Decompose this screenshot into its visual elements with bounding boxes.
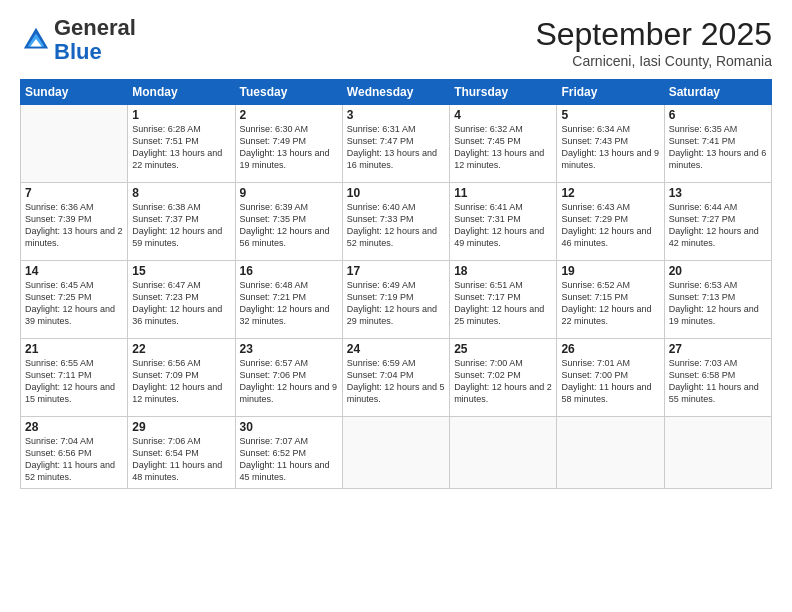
calendar-cell: 17Sunrise: 6:49 AMSunset: 7:19 PMDayligh… xyxy=(342,261,449,339)
day-number: 20 xyxy=(669,264,767,278)
calendar-cell: 23Sunrise: 6:57 AMSunset: 7:06 PMDayligh… xyxy=(235,339,342,417)
calendar-cell: 16Sunrise: 6:48 AMSunset: 7:21 PMDayligh… xyxy=(235,261,342,339)
day-number: 19 xyxy=(561,264,659,278)
cell-info: Sunrise: 7:03 AMSunset: 6:58 PMDaylight:… xyxy=(669,357,767,406)
calendar-cell: 21Sunrise: 6:55 AMSunset: 7:11 PMDayligh… xyxy=(21,339,128,417)
calendar-week-row: 28Sunrise: 7:04 AMSunset: 6:56 PMDayligh… xyxy=(21,417,772,489)
calendar-header-row: SundayMondayTuesdayWednesdayThursdayFrid… xyxy=(21,80,772,105)
day-number: 12 xyxy=(561,186,659,200)
cell-info: Sunrise: 6:31 AMSunset: 7:47 PMDaylight:… xyxy=(347,123,445,172)
cell-info: Sunrise: 6:57 AMSunset: 7:06 PMDaylight:… xyxy=(240,357,338,406)
cell-info: Sunrise: 6:35 AMSunset: 7:41 PMDaylight:… xyxy=(669,123,767,172)
cell-info: Sunrise: 6:39 AMSunset: 7:35 PMDaylight:… xyxy=(240,201,338,250)
calendar-week-row: 14Sunrise: 6:45 AMSunset: 7:25 PMDayligh… xyxy=(21,261,772,339)
page: General Blue September 2025 Carniceni, I… xyxy=(0,0,792,612)
calendar-cell: 13Sunrise: 6:44 AMSunset: 7:27 PMDayligh… xyxy=(664,183,771,261)
day-number: 18 xyxy=(454,264,552,278)
cell-info: Sunrise: 6:52 AMSunset: 7:15 PMDaylight:… xyxy=(561,279,659,328)
calendar-cell: 22Sunrise: 6:56 AMSunset: 7:09 PMDayligh… xyxy=(128,339,235,417)
calendar-cell: 14Sunrise: 6:45 AMSunset: 7:25 PMDayligh… xyxy=(21,261,128,339)
day-number: 8 xyxy=(132,186,230,200)
cell-info: Sunrise: 6:45 AMSunset: 7:25 PMDaylight:… xyxy=(25,279,123,328)
calendar-week-row: 1Sunrise: 6:28 AMSunset: 7:51 PMDaylight… xyxy=(21,105,772,183)
calendar-cell xyxy=(450,417,557,489)
calendar-table: SundayMondayTuesdayWednesdayThursdayFrid… xyxy=(20,79,772,489)
calendar-cell: 3Sunrise: 6:31 AMSunset: 7:47 PMDaylight… xyxy=(342,105,449,183)
day-number: 15 xyxy=(132,264,230,278)
day-number: 28 xyxy=(25,420,123,434)
cell-info: Sunrise: 6:53 AMSunset: 7:13 PMDaylight:… xyxy=(669,279,767,328)
calendar-cell: 25Sunrise: 7:00 AMSunset: 7:02 PMDayligh… xyxy=(450,339,557,417)
weekday-header-friday: Friday xyxy=(557,80,664,105)
day-number: 17 xyxy=(347,264,445,278)
cell-info: Sunrise: 6:40 AMSunset: 7:33 PMDaylight:… xyxy=(347,201,445,250)
cell-info: Sunrise: 6:38 AMSunset: 7:37 PMDaylight:… xyxy=(132,201,230,250)
calendar-cell: 28Sunrise: 7:04 AMSunset: 6:56 PMDayligh… xyxy=(21,417,128,489)
calendar-cell: 12Sunrise: 6:43 AMSunset: 7:29 PMDayligh… xyxy=(557,183,664,261)
day-number: 16 xyxy=(240,264,338,278)
calendar-cell: 1Sunrise: 6:28 AMSunset: 7:51 PMDaylight… xyxy=(128,105,235,183)
cell-info: Sunrise: 6:36 AMSunset: 7:39 PMDaylight:… xyxy=(25,201,123,250)
day-number: 5 xyxy=(561,108,659,122)
cell-info: Sunrise: 6:47 AMSunset: 7:23 PMDaylight:… xyxy=(132,279,230,328)
cell-info: Sunrise: 6:56 AMSunset: 7:09 PMDaylight:… xyxy=(132,357,230,406)
day-number: 9 xyxy=(240,186,338,200)
weekday-header-tuesday: Tuesday xyxy=(235,80,342,105)
calendar-cell: 5Sunrise: 6:34 AMSunset: 7:43 PMDaylight… xyxy=(557,105,664,183)
weekday-header-wednesday: Wednesday xyxy=(342,80,449,105)
calendar-cell xyxy=(664,417,771,489)
cell-info: Sunrise: 6:51 AMSunset: 7:17 PMDaylight:… xyxy=(454,279,552,328)
cell-info: Sunrise: 6:41 AMSunset: 7:31 PMDaylight:… xyxy=(454,201,552,250)
cell-info: Sunrise: 6:55 AMSunset: 7:11 PMDaylight:… xyxy=(25,357,123,406)
calendar-cell: 15Sunrise: 6:47 AMSunset: 7:23 PMDayligh… xyxy=(128,261,235,339)
calendar-cell: 27Sunrise: 7:03 AMSunset: 6:58 PMDayligh… xyxy=(664,339,771,417)
calendar-cell: 7Sunrise: 6:36 AMSunset: 7:39 PMDaylight… xyxy=(21,183,128,261)
day-number: 24 xyxy=(347,342,445,356)
day-number: 30 xyxy=(240,420,338,434)
day-number: 13 xyxy=(669,186,767,200)
calendar-cell: 11Sunrise: 6:41 AMSunset: 7:31 PMDayligh… xyxy=(450,183,557,261)
weekday-header-sunday: Sunday xyxy=(21,80,128,105)
cell-info: Sunrise: 6:59 AMSunset: 7:04 PMDaylight:… xyxy=(347,357,445,406)
calendar-cell: 4Sunrise: 6:32 AMSunset: 7:45 PMDaylight… xyxy=(450,105,557,183)
location: Carniceni, Iasi County, Romania xyxy=(535,53,772,69)
cell-info: Sunrise: 7:06 AMSunset: 6:54 PMDaylight:… xyxy=(132,435,230,484)
cell-info: Sunrise: 7:04 AMSunset: 6:56 PMDaylight:… xyxy=(25,435,123,484)
cell-info: Sunrise: 6:48 AMSunset: 7:21 PMDaylight:… xyxy=(240,279,338,328)
cell-info: Sunrise: 6:43 AMSunset: 7:29 PMDaylight:… xyxy=(561,201,659,250)
calendar-cell: 10Sunrise: 6:40 AMSunset: 7:33 PMDayligh… xyxy=(342,183,449,261)
day-number: 4 xyxy=(454,108,552,122)
calendar-week-row: 21Sunrise: 6:55 AMSunset: 7:11 PMDayligh… xyxy=(21,339,772,417)
calendar-cell xyxy=(21,105,128,183)
cell-info: Sunrise: 6:28 AMSunset: 7:51 PMDaylight:… xyxy=(132,123,230,172)
day-number: 11 xyxy=(454,186,552,200)
day-number: 29 xyxy=(132,420,230,434)
calendar-week-row: 7Sunrise: 6:36 AMSunset: 7:39 PMDaylight… xyxy=(21,183,772,261)
weekday-header-thursday: Thursday xyxy=(450,80,557,105)
calendar-cell: 2Sunrise: 6:30 AMSunset: 7:49 PMDaylight… xyxy=(235,105,342,183)
day-number: 2 xyxy=(240,108,338,122)
cell-info: Sunrise: 7:07 AMSunset: 6:52 PMDaylight:… xyxy=(240,435,338,484)
cell-info: Sunrise: 6:32 AMSunset: 7:45 PMDaylight:… xyxy=(454,123,552,172)
weekday-header-saturday: Saturday xyxy=(664,80,771,105)
logo-text: General Blue xyxy=(54,16,136,64)
day-number: 3 xyxy=(347,108,445,122)
day-number: 1 xyxy=(132,108,230,122)
day-number: 23 xyxy=(240,342,338,356)
header: General Blue September 2025 Carniceni, I… xyxy=(20,16,772,69)
title-block: September 2025 Carniceni, Iasi County, R… xyxy=(535,16,772,69)
day-number: 21 xyxy=(25,342,123,356)
day-number: 22 xyxy=(132,342,230,356)
day-number: 6 xyxy=(669,108,767,122)
calendar-cell: 26Sunrise: 7:01 AMSunset: 7:00 PMDayligh… xyxy=(557,339,664,417)
calendar-cell: 18Sunrise: 6:51 AMSunset: 7:17 PMDayligh… xyxy=(450,261,557,339)
cell-info: Sunrise: 6:44 AMSunset: 7:27 PMDaylight:… xyxy=(669,201,767,250)
day-number: 27 xyxy=(669,342,767,356)
calendar-cell: 24Sunrise: 6:59 AMSunset: 7:04 PMDayligh… xyxy=(342,339,449,417)
day-number: 14 xyxy=(25,264,123,278)
cell-info: Sunrise: 6:30 AMSunset: 7:49 PMDaylight:… xyxy=(240,123,338,172)
calendar-cell: 19Sunrise: 6:52 AMSunset: 7:15 PMDayligh… xyxy=(557,261,664,339)
day-number: 26 xyxy=(561,342,659,356)
day-number: 7 xyxy=(25,186,123,200)
calendar-cell: 20Sunrise: 6:53 AMSunset: 7:13 PMDayligh… xyxy=(664,261,771,339)
